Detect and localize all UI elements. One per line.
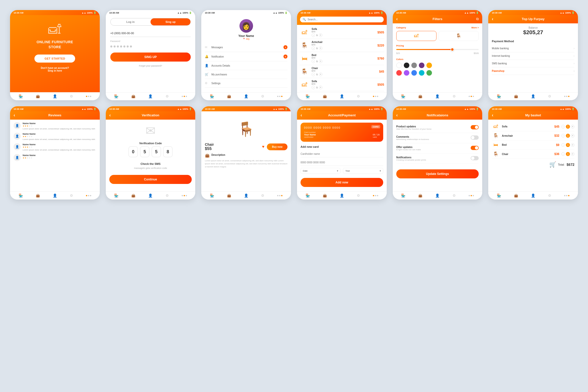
login-tab[interactable]: Log in [111,18,151,25]
swatch-yellow[interactable] [426,63,432,68]
nav-store-icon-2[interactable]: 🏪 [114,94,118,98]
nav-store-5[interactable]: 🏪 [401,94,405,98]
basket-qty-minus-bed[interactable]: - [561,143,565,147]
nav-bag-12[interactable]: 👜 [514,193,518,198]
nav-user-7[interactable]: 👤 [53,193,57,198]
qty-plus-4[interactable]: + [319,73,322,76]
nav-bag-11[interactable]: 👜 [418,193,422,198]
swatch-purple[interactable] [419,63,424,68]
nav-bag-4[interactable]: 👜 [323,94,327,98]
nav-settings-7[interactable]: ⚙ [70,193,73,198]
nav-bag-6[interactable]: 👜 [514,94,518,98]
nav-bag-3[interactable]: 👜 [227,94,231,98]
pm-sms[interactable]: SMS banking › [492,60,574,67]
basket-qty-plus-bed[interactable]: + [571,143,574,147]
product-row-bed[interactable]: 🛏 Bed $79 - 1 + $760 [300,52,384,65]
pm-mobile[interactable]: Mobile banking › [492,45,574,52]
swatch-green[interactable] [426,70,432,76]
card-number-input[interactable] [301,159,383,166]
product-row-sofa1[interactable]: 🛋 Sofa $79 - 1 + $505 [300,26,384,39]
qty-minus-2[interactable]: - [312,46,315,50]
nav-user-icon-2[interactable]: 👤 [148,94,153,98]
nav-store-12[interactable]: 🏪 [497,193,501,198]
swatch-blue[interactable] [411,70,417,76]
range-track[interactable] [396,49,479,50]
search-input-wrap[interactable]: 🔍 [300,17,384,22]
back-button-8[interactable]: ‹ [109,113,111,118]
nav-bag-icon-2[interactable]: 👜 [131,94,135,98]
nav-store-10[interactable]: 🏪 [306,193,310,198]
code-box-3[interactable]: 5 [152,146,161,157]
swatch-violet[interactable] [404,70,409,76]
swatch-cyan[interactable] [419,70,424,76]
nav-user-11[interactable]: 👤 [435,193,439,198]
nav-user-9[interactable]: 👤 [244,193,248,198]
qty-plus-3[interactable]: + [319,60,322,63]
nav-store-4[interactable]: 🏪 [306,94,310,98]
cat-card-chair[interactable]: 🪑 [438,31,479,41]
range-thumb[interactable] [451,48,454,51]
nav-store-3[interactable]: 🏪 [210,94,214,98]
cat-card-sofa[interactable]: 🛋 [396,31,436,41]
toggle-comments[interactable] [471,135,479,140]
menu-messages[interactable]: ✉ Messages 3 [205,43,287,52]
nav-bag-icon[interactable]: 👜 [36,94,40,98]
nav-bag-9[interactable]: 👜 [227,193,231,198]
product-row-sofa2[interactable]: 🛋 Sofa $79 - 1 + $505 [300,78,384,91]
nav-store-8[interactable]: 🏪 [114,193,118,198]
back-button-6[interactable]: ‹ [492,16,493,22]
menu-notification[interactable]: 🔔 Notification 6 [205,52,287,61]
continue-button[interactable]: Continue [109,175,192,184]
pm-pawnshop[interactable]: Pawnshop › [492,67,574,75]
nav-settings-3[interactable]: ⚙ [261,94,264,98]
qty-plus-5[interactable]: + [319,86,322,89]
nav-user-10[interactable]: 👤 [340,193,344,198]
basket-qty-minus-chair[interactable]: - [561,152,565,156]
nav-settings-9[interactable]: ⚙ [261,193,264,198]
nav-settings-10[interactable]: ⚙ [357,193,360,198]
back-button-12[interactable]: ‹ [492,113,493,118]
nav-store-icon[interactable]: 🏪 [19,94,23,98]
qty-plus-2[interactable]: + [319,46,322,50]
phone-input[interactable] [110,30,191,37]
nav-user-icon[interactable]: 👤 [53,94,57,98]
swatch-gray[interactable] [411,63,417,68]
nav-bag-5[interactable]: 👜 [418,94,422,98]
basket-qty-minus-armchair[interactable]: - [561,134,565,137]
nav-settings-8[interactable]: ⚙ [166,193,169,198]
product-row-armchair[interactable]: 🪑 Armchair $79 - 1 + $220 [300,39,384,52]
nav-user-5[interactable]: 👤 [435,94,439,98]
code-box-4[interactable]: 8 [163,146,173,157]
nav-settings-11[interactable]: ⚙ [453,193,456,198]
forgot-link[interactable]: Forgot your password? [110,65,191,67]
nav-bag-10[interactable]: 👜 [323,193,327,198]
nav-store-11[interactable]: 🏪 [401,193,405,198]
nav-settings-12[interactable]: ⚙ [548,193,551,198]
signup-tab[interactable]: Sing up [151,18,190,25]
filter-icon[interactable]: ⧉ [476,17,479,21]
back-button-10[interactable]: ‹ [301,113,302,118]
nav-user-3[interactable]: 👤 [244,94,248,98]
date-select[interactable]: Date ▾ [301,168,340,174]
back-button-11[interactable]: ‹ [396,113,398,118]
nav-bag-7[interactable]: 👜 [36,193,40,198]
qty-minus-4[interactable]: - [312,73,315,76]
nav-user-4[interactable]: 👤 [340,94,344,98]
nav-user-6[interactable]: 👤 [531,94,535,98]
nav-store-9[interactable]: 🏪 [210,193,214,198]
code-box-1[interactable]: 0 [128,146,138,157]
nav-store-6[interactable]: 🏪 [497,94,501,98]
nav-settings-4[interactable]: ⚙ [357,94,360,98]
basket-qty-plus-sofa[interactable]: + [571,125,574,128]
code-box-2[interactable]: 5 [140,146,150,157]
toggle-notifications[interactable] [471,156,479,160]
toggle-offer-updates[interactable] [471,146,479,150]
search-input[interactable] [308,18,381,21]
menu-settings[interactable]: ⚙ Settings [205,79,287,88]
qty-minus-3[interactable]: - [312,60,315,63]
swatch-white[interactable] [396,63,402,68]
nav-settings-5[interactable]: ⚙ [453,94,456,98]
add-now-button[interactable]: Add now [301,178,383,187]
qty-minus-1[interactable]: - [312,33,315,37]
heart-icon[interactable]: ♥ [262,144,265,149]
